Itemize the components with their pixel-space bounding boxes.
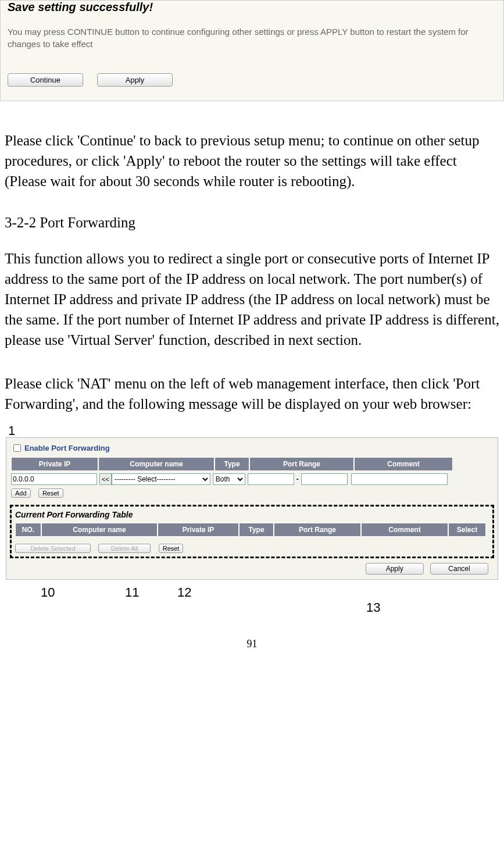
header2-comment: Comment <box>361 523 448 537</box>
reset-button[interactable]: Reset <box>38 488 63 498</box>
delete-selected-button[interactable]: Delete Selected <box>15 544 91 553</box>
port-range-end-input[interactable] <box>301 473 348 485</box>
header-port-range: Port Range <box>249 457 354 471</box>
enable-label: Enable Port Forwarding <box>24 444 110 452</box>
enable-checkbox[interactable] <box>13 444 21 452</box>
callout-13: 13 <box>366 600 380 615</box>
delete-all-button[interactable]: Delete All <box>98 544 151 553</box>
header2-type: Type <box>239 523 274 537</box>
section-heading: 3-2-2 Port Forwarding <box>0 215 504 231</box>
header2-private-ip: Private IP <box>158 523 239 537</box>
callout-1: 1 <box>8 423 15 438</box>
table-action-row: Delete Selected Delete All Reset <box>15 544 489 553</box>
dialog-text: You may press CONTINUE button to continu… <box>8 26 496 50</box>
select-arrow-button[interactable]: << <box>99 473 112 485</box>
input-row: << --------- Select-------- Both - <box>11 473 493 485</box>
input-header-row: Private IP Computer name Type Port Range… <box>11 457 493 471</box>
paragraph-3: Please click 'NAT' menu on the left of w… <box>0 373 504 414</box>
callout-11: 11 <box>125 585 139 600</box>
add-button[interactable]: Add <box>11 488 31 498</box>
header-private-ip: Private IP <box>11 457 98 471</box>
private-ip-input[interactable] <box>11 473 97 485</box>
bottom-buttons: Apply Cancel <box>11 563 493 575</box>
callout-12: 12 <box>177 585 191 600</box>
port-range-dash: - <box>294 475 301 483</box>
port-forwarding-ui: 1 2 3 4 5 6 7 8 9 10 11 12 13 Enable Por… <box>6 437 498 580</box>
page-number: 91 <box>0 638 504 662</box>
header2-select: Select <box>448 523 486 537</box>
port-range-start-input[interactable] <box>248 473 294 485</box>
apply-button[interactable]: Apply <box>97 73 173 87</box>
callout-10: 10 <box>41 585 55 600</box>
continue-button[interactable]: Continue <box>8 73 83 87</box>
header-type: Type <box>215 457 249 471</box>
header-computer-name: Computer name <box>98 457 215 471</box>
header-comment: Comment <box>354 457 453 471</box>
save-dialog: Save setting successfully! You may press… <box>0 0 504 101</box>
type-select[interactable]: Both <box>213 473 245 485</box>
dialog-buttons: Continue Apply <box>8 73 496 87</box>
header2-computer-name: Computer name <box>41 523 158 537</box>
current-table-title: Current Port Forwarding Table <box>15 510 489 519</box>
apply-ui-button[interactable]: Apply <box>366 563 424 575</box>
cancel-ui-button[interactable]: Cancel <box>430 563 488 575</box>
paragraph-2: This function allows you to redirect a s… <box>0 248 504 350</box>
header2-no: NO. <box>15 523 41 537</box>
dialog-title: Save setting successfully! <box>8 1 496 14</box>
paragraph-1: Please click 'Continue' to back to previ… <box>0 130 504 191</box>
reset-table-button[interactable]: Reset <box>159 544 184 553</box>
comment-input[interactable] <box>351 473 448 485</box>
current-header-row: NO. Computer name Private IP Type Port R… <box>15 523 489 537</box>
computer-name-select[interactable]: --------- Select-------- <box>112 473 210 485</box>
add-reset-row: Add Reset <box>11 488 493 498</box>
enable-row: Enable Port Forwarding <box>11 443 493 454</box>
current-table-section: Current Port Forwarding Table NO. Comput… <box>10 505 494 558</box>
header2-port-range: Port Range <box>274 523 361 537</box>
ui-panel: Enable Port Forwarding Private IP Comput… <box>6 437 498 580</box>
